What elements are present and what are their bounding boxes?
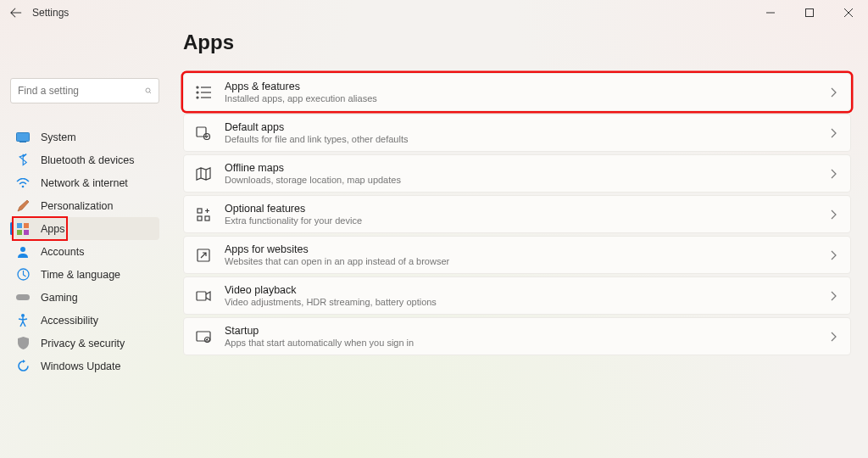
sidebar-item-update[interactable]: Windows Update <box>10 355 159 377</box>
card-text: Video playback Video adjustments, HDR st… <box>225 284 830 308</box>
sidebar-item-label: Apps <box>41 223 65 235</box>
wifi-icon <box>15 176 31 191</box>
chevron-right-icon <box>830 87 837 98</box>
globe-clock-icon <box>15 267 31 282</box>
sidebar-item-label: Personalization <box>41 200 113 212</box>
card-title: Default apps <box>225 121 830 134</box>
back-arrow-icon <box>10 7 22 19</box>
startup-icon <box>194 327 213 346</box>
sidebar: System Bluetooth & devices Network & int… <box>10 78 159 377</box>
chevron-right-icon <box>830 169 837 179</box>
svg-rect-18 <box>198 209 202 213</box>
minimize-button[interactable] <box>751 0 790 25</box>
card-title: Apps for websites <box>225 243 830 256</box>
svg-rect-6 <box>24 223 29 228</box>
card-subtitle: Downloads, storage location, map updates <box>225 175 830 186</box>
sidebar-item-label: Gaming <box>41 292 78 304</box>
apps-icon <box>15 221 31 237</box>
search-input[interactable] <box>18 85 145 97</box>
open-external-icon <box>194 246 213 265</box>
svg-point-14 <box>197 92 198 93</box>
sidebar-item-accounts[interactable]: Accounts <box>10 240 159 263</box>
card-text: Startup Apps that start automatically wh… <box>225 325 830 349</box>
back-button[interactable] <box>0 0 32 25</box>
sidebar-item-apps[interactable]: Apps <box>10 217 159 240</box>
bluetooth-icon <box>15 153 31 168</box>
page-title: Apps <box>183 31 851 54</box>
svg-point-12 <box>21 314 25 317</box>
card-title: Offline maps <box>225 162 830 175</box>
svg-point-15 <box>197 97 198 98</box>
sidebar-item-label: Accessibility <box>41 315 98 327</box>
sidebar-item-personalization[interactable]: Personalization <box>10 194 159 217</box>
card-subtitle: Apps that start automatically when you s… <box>225 338 830 349</box>
card-default-apps[interactable]: Default apps Defaults for file and link … <box>183 114 851 152</box>
chevron-right-icon <box>830 291 837 301</box>
card-startup[interactable]: Startup Apps that start automatically wh… <box>183 317 851 355</box>
gamepad-icon <box>15 290 31 305</box>
svg-point-13 <box>197 87 198 88</box>
person-icon <box>15 244 31 260</box>
sidebar-item-privacy[interactable]: Privacy & security <box>10 332 159 355</box>
sidebar-item-network[interactable]: Network & internet <box>10 171 159 194</box>
svg-point-4 <box>22 185 25 187</box>
window-title: Settings <box>32 7 69 19</box>
nav-list: System Bluetooth & devices Network & int… <box>10 126 159 377</box>
sidebar-item-time[interactable]: Time & language <box>10 263 159 286</box>
card-offline-maps[interactable]: Offline maps Downloads, storage location… <box>183 154 851 193</box>
svg-rect-19 <box>198 216 202 221</box>
chevron-right-icon <box>830 332 837 342</box>
brush-icon <box>15 198 31 214</box>
svg-rect-5 <box>17 223 22 228</box>
search-box[interactable] <box>10 78 159 103</box>
card-title: Video playback <box>225 284 830 297</box>
plus-grid-icon <box>194 205 213 224</box>
card-apps-for-websites[interactable]: Apps for websites Websites that can open… <box>183 236 851 274</box>
sidebar-item-system[interactable]: System <box>10 126 159 148</box>
svg-rect-23 <box>197 332 210 341</box>
sidebar-item-label: Privacy & security <box>41 338 125 349</box>
list-icon <box>194 83 213 102</box>
accessibility-icon <box>15 313 31 328</box>
svg-rect-7 <box>17 230 22 235</box>
card-title: Optional features <box>225 203 830 215</box>
update-icon <box>15 359 31 374</box>
card-apps-features[interactable]: Apps & features Installed apps, app exec… <box>183 73 851 111</box>
sidebar-item-bluetooth[interactable]: Bluetooth & devices <box>10 148 159 171</box>
sidebar-item-label: Time & language <box>41 269 120 281</box>
svg-rect-11 <box>16 294 30 300</box>
card-subtitle: Extra functionality for your device <box>225 215 830 226</box>
sidebar-item-label: Bluetooth & devices <box>41 154 135 166</box>
svg-rect-22 <box>197 292 206 300</box>
chevron-right-icon <box>830 209 837 220</box>
main-content: Apps Apps & features Installed apps, app… <box>183 31 851 355</box>
card-video-playback[interactable]: Video playback Video adjustments, HDR st… <box>183 276 851 315</box>
window-controls <box>751 0 868 25</box>
video-icon <box>194 287 213 305</box>
sidebar-item-label: Network & internet <box>41 177 128 189</box>
close-button[interactable] <box>829 0 868 25</box>
card-text: Default apps Defaults for file and link … <box>225 121 830 145</box>
svg-point-1 <box>146 88 150 92</box>
shield-icon <box>15 336 31 351</box>
svg-rect-2 <box>17 132 30 141</box>
svg-rect-3 <box>19 142 26 142</box>
close-icon <box>844 8 853 17</box>
sidebar-item-gaming[interactable]: Gaming <box>10 286 159 309</box>
card-text: Apps & features Installed apps, app exec… <box>225 81 830 104</box>
sidebar-item-accessibility[interactable]: Accessibility <box>10 309 159 332</box>
card-subtitle: Websites that can open in an app instead… <box>225 256 830 267</box>
card-text: Apps for websites Websites that can open… <box>225 243 830 267</box>
sidebar-item-label: Accounts <box>41 246 84 258</box>
card-optional-features[interactable]: Optional features Extra functionality fo… <box>183 195 851 233</box>
card-title: Apps & features <box>225 81 830 93</box>
maximize-button[interactable] <box>790 0 829 25</box>
card-title: Startup <box>225 325 830 338</box>
svg-point-9 <box>20 247 25 252</box>
card-text: Offline maps Downloads, storage location… <box>225 162 830 186</box>
search-icon <box>145 85 152 97</box>
titlebar: Settings <box>0 0 868 25</box>
map-icon <box>194 165 213 183</box>
svg-rect-0 <box>806 9 814 17</box>
chevron-right-icon <box>830 250 837 260</box>
